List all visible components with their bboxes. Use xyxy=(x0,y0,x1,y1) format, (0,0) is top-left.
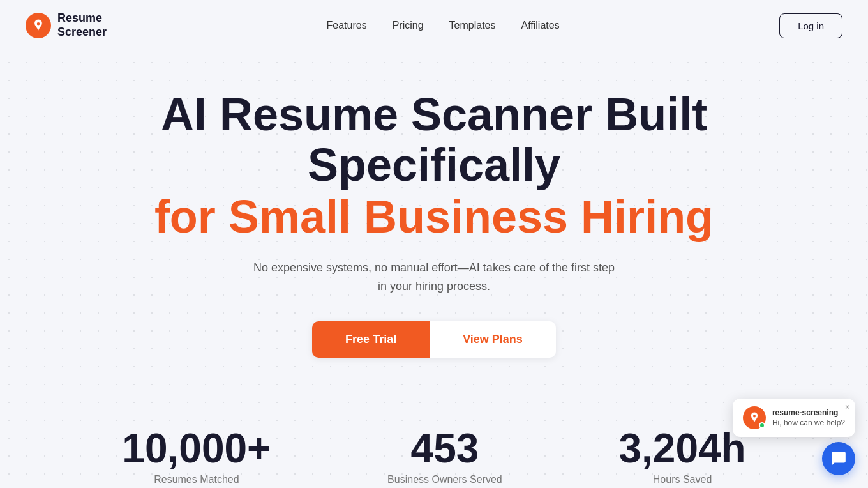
stat-label-owners: Business Owners Served xyxy=(387,474,502,485)
hero-section: AI Resume Scanner Built Specifically for… xyxy=(0,51,868,390)
chat-greeting: Hi, how can we help? xyxy=(772,418,845,427)
stat-number-hours: 3,204h xyxy=(618,428,745,469)
navbar-right: Log in xyxy=(779,13,842,38)
close-icon[interactable]: × xyxy=(845,402,850,411)
chat-widget: × resume-screening Hi, how can we help? xyxy=(733,399,855,475)
hero-title-main: AI Resume Scanner Built Specifically xyxy=(147,89,721,190)
nav-link-pricing[interactable]: Pricing xyxy=(393,20,424,31)
chat-bubble: × resume-screening Hi, how can we help? xyxy=(733,399,855,437)
stat-label-resumes: Resumes Matched xyxy=(154,474,239,485)
svg-point-0 xyxy=(37,22,40,26)
nav-link-templates[interactable]: Templates xyxy=(449,20,496,31)
chat-launcher-button[interactable] xyxy=(822,442,855,475)
hero-subtitle: No expensive systems, no manual effort—A… xyxy=(249,259,619,296)
nav-link-affiliates[interactable]: Affiliates xyxy=(521,20,559,31)
view-plans-button[interactable]: View Plans xyxy=(430,321,556,358)
stat-resumes: 10,000+ Resumes Matched xyxy=(122,428,271,485)
login-button[interactable]: Log in xyxy=(779,13,842,38)
hero-title-sub: for Small Business Hiring xyxy=(154,190,714,243)
nav-links: Features Pricing Templates Affiliates xyxy=(327,20,560,31)
navbar: Resume Screener Features Pricing Templat… xyxy=(0,0,868,51)
chat-text: resume-screening Hi, how can we help? xyxy=(772,408,845,427)
logo-text: Resume Screener xyxy=(57,11,107,39)
hero-buttons: Free Trial View Plans xyxy=(312,321,556,358)
stat-number-owners: 453 xyxy=(411,428,479,469)
logo[interactable]: Resume Screener xyxy=(26,11,107,39)
chat-agent-name: resume-screening xyxy=(772,408,845,417)
stat-number-resumes: 10,000+ xyxy=(122,428,271,469)
stat-label-hours: Hours Saved xyxy=(653,474,712,485)
online-indicator xyxy=(759,422,765,429)
free-trial-button[interactable]: Free Trial xyxy=(312,321,430,358)
stat-owners: 453 Business Owners Served xyxy=(387,428,502,485)
svg-point-1 xyxy=(753,415,756,417)
logo-icon xyxy=(26,13,51,38)
stat-hours: 3,204h Hours Saved xyxy=(618,428,745,485)
chat-avatar xyxy=(743,406,766,429)
nav-link-features[interactable]: Features xyxy=(327,20,367,31)
